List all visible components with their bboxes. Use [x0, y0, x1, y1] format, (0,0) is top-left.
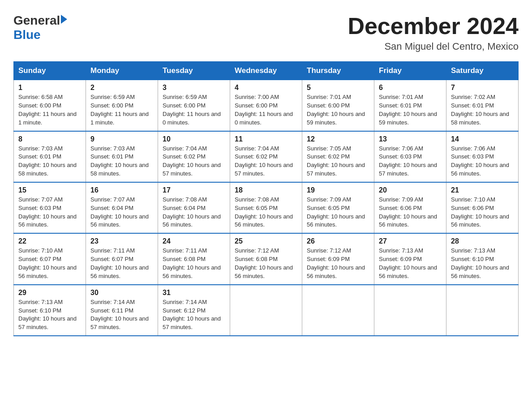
day-number: 22: [18, 237, 81, 245]
calendar-cell: [302, 285, 374, 336]
day-info: Sunrise: 7:11 AMSunset: 6:07 PMDaylight:…: [90, 247, 149, 279]
calendar-table: SundayMondayTuesdayWednesdayThursdayFrid…: [13, 61, 519, 336]
page-header: General Blue December 2024 San Miguel de…: [13, 13, 519, 52]
calendar-cell: 29 Sunrise: 7:13 AMSunset: 6:10 PMDaylig…: [14, 285, 86, 336]
calendar-cell: 2 Sunrise: 6:59 AMSunset: 6:00 PMDayligh…: [86, 80, 158, 131]
day-info: Sunrise: 7:08 AMSunset: 6:04 PMDaylight:…: [163, 196, 221, 228]
calendar-cell: 7 Sunrise: 7:02 AMSunset: 6:01 PMDayligh…: [446, 80, 519, 131]
calendar-cell: 3 Sunrise: 6:59 AMSunset: 6:00 PMDayligh…: [158, 80, 230, 131]
day-number: 6: [379, 84, 442, 92]
calendar-cell: [374, 285, 446, 336]
column-header-sunday: Sunday: [14, 62, 86, 80]
calendar-cell: 9 Sunrise: 7:03 AMSunset: 6:01 PMDayligh…: [86, 131, 158, 182]
day-number: 27: [379, 237, 442, 245]
calendar-cell: 21 Sunrise: 7:10 AMSunset: 6:06 PMDaylig…: [446, 182, 519, 233]
day-info: Sunrise: 7:03 AMSunset: 6:01 PMDaylight:…: [90, 145, 149, 177]
day-number: 4: [235, 84, 297, 92]
day-number: 3: [163, 84, 225, 92]
calendar-cell: 6 Sunrise: 7:01 AMSunset: 6:01 PMDayligh…: [374, 80, 446, 131]
day-number: 19: [307, 186, 369, 194]
column-header-tuesday: Tuesday: [158, 62, 230, 80]
day-info: Sunrise: 7:13 AMSunset: 6:10 PMDaylight:…: [451, 247, 509, 279]
day-number: 20: [379, 186, 442, 194]
calendar-cell: 18 Sunrise: 7:08 AMSunset: 6:05 PMDaylig…: [230, 182, 302, 233]
day-number: 25: [235, 237, 297, 245]
day-info: Sunrise: 7:01 AMSunset: 6:00 PMDaylight:…: [307, 94, 365, 126]
calendar-cell: 23 Sunrise: 7:11 AMSunset: 6:07 PMDaylig…: [86, 233, 158, 284]
day-number: 15: [18, 186, 81, 194]
day-info: Sunrise: 7:10 AMSunset: 6:06 PMDaylight:…: [451, 196, 509, 228]
calendar-cell: 25 Sunrise: 7:12 AMSunset: 6:08 PMDaylig…: [230, 233, 302, 284]
day-info: Sunrise: 6:59 AMSunset: 6:00 PMDaylight:…: [163, 94, 221, 126]
day-info: Sunrise: 7:02 AMSunset: 6:01 PMDaylight:…: [451, 94, 509, 126]
day-info: Sunrise: 7:06 AMSunset: 6:03 PMDaylight:…: [451, 145, 509, 177]
day-info: Sunrise: 7:14 AMSunset: 6:11 PMDaylight:…: [90, 299, 149, 331]
calendar-cell: 8 Sunrise: 7:03 AMSunset: 6:01 PMDayligh…: [14, 131, 86, 182]
day-number: 18: [235, 186, 297, 194]
day-number: 30: [90, 289, 153, 297]
day-number: 14: [451, 135, 514, 143]
day-number: 23: [90, 237, 153, 245]
calendar-cell: 20 Sunrise: 7:09 AMSunset: 6:06 PMDaylig…: [374, 182, 446, 233]
day-number: 26: [307, 237, 369, 245]
day-number: 2: [90, 84, 153, 92]
calendar-cell: 27 Sunrise: 7:13 AMSunset: 6:09 PMDaylig…: [374, 233, 446, 284]
week-row-4: 22 Sunrise: 7:10 AMSunset: 6:07 PMDaylig…: [14, 233, 519, 284]
day-number: 13: [379, 135, 442, 143]
day-info: Sunrise: 7:08 AMSunset: 6:05 PMDaylight:…: [235, 196, 293, 228]
calendar-cell: 15 Sunrise: 7:07 AMSunset: 6:03 PMDaylig…: [14, 182, 86, 233]
calendar-cell: 11 Sunrise: 7:04 AMSunset: 6:02 PMDaylig…: [230, 131, 302, 182]
day-number: 8: [18, 135, 81, 143]
day-info: Sunrise: 7:07 AMSunset: 6:03 PMDaylight:…: [18, 196, 77, 228]
column-header-wednesday: Wednesday: [230, 62, 302, 80]
calendar-cell: 4 Sunrise: 7:00 AMSunset: 6:00 PMDayligh…: [230, 80, 302, 131]
day-number: 16: [90, 186, 153, 194]
day-info: Sunrise: 6:58 AMSunset: 6:00 PMDaylight:…: [18, 94, 77, 126]
calendar-cell: 26 Sunrise: 7:12 AMSunset: 6:09 PMDaylig…: [302, 233, 374, 284]
day-number: 31: [163, 289, 225, 297]
column-header-friday: Friday: [374, 62, 446, 80]
day-info: Sunrise: 7:05 AMSunset: 6:02 PMDaylight:…: [307, 145, 365, 177]
column-header-saturday: Saturday: [446, 62, 519, 80]
day-number: 11: [235, 135, 297, 143]
day-info: Sunrise: 7:10 AMSunset: 6:07 PMDaylight:…: [18, 247, 77, 279]
day-info: Sunrise: 7:07 AMSunset: 6:04 PMDaylight:…: [90, 196, 149, 228]
day-info: Sunrise: 7:13 AMSunset: 6:09 PMDaylight:…: [379, 247, 437, 279]
calendar-cell: 14 Sunrise: 7:06 AMSunset: 6:03 PMDaylig…: [446, 131, 519, 182]
day-number: 17: [163, 186, 225, 194]
day-info: Sunrise: 7:09 AMSunset: 6:05 PMDaylight:…: [307, 196, 365, 228]
day-info: Sunrise: 7:13 AMSunset: 6:10 PMDaylight:…: [18, 299, 77, 331]
calendar-cell: 24 Sunrise: 7:11 AMSunset: 6:08 PMDaylig…: [158, 233, 230, 284]
day-number: 1: [18, 84, 81, 92]
day-number: 9: [90, 135, 153, 143]
day-number: 7: [451, 84, 514, 92]
calendar-cell: [230, 285, 302, 336]
title-block: December 2024 San Miguel del Centro, Mex…: [348, 13, 519, 52]
day-info: Sunrise: 7:03 AMSunset: 6:01 PMDaylight:…: [18, 145, 77, 177]
day-number: 5: [307, 84, 369, 92]
day-number: 12: [307, 135, 369, 143]
day-info: Sunrise: 7:01 AMSunset: 6:01 PMDaylight:…: [379, 94, 437, 126]
logo-blue-text: Blue: [13, 28, 41, 42]
calendar-cell: 12 Sunrise: 7:05 AMSunset: 6:02 PMDaylig…: [302, 131, 374, 182]
day-info: Sunrise: 7:04 AMSunset: 6:02 PMDaylight:…: [163, 145, 221, 177]
week-row-3: 15 Sunrise: 7:07 AMSunset: 6:03 PMDaylig…: [14, 182, 519, 233]
day-info: Sunrise: 6:59 AMSunset: 6:00 PMDaylight:…: [90, 94, 149, 126]
day-info: Sunrise: 7:12 AMSunset: 6:08 PMDaylight:…: [235, 247, 293, 279]
location-title: San Miguel del Centro, Mexico: [348, 41, 519, 52]
calendar-cell: 31 Sunrise: 7:14 AMSunset: 6:12 PMDaylig…: [158, 285, 230, 336]
week-row-2: 8 Sunrise: 7:03 AMSunset: 6:01 PMDayligh…: [14, 131, 519, 182]
day-info: Sunrise: 7:00 AMSunset: 6:00 PMDaylight:…: [235, 94, 293, 126]
day-number: 21: [451, 186, 514, 194]
week-row-5: 29 Sunrise: 7:13 AMSunset: 6:10 PMDaylig…: [14, 285, 519, 336]
calendar-cell: 17 Sunrise: 7:08 AMSunset: 6:04 PMDaylig…: [158, 182, 230, 233]
calendar-cell: 28 Sunrise: 7:13 AMSunset: 6:10 PMDaylig…: [446, 233, 519, 284]
day-info: Sunrise: 7:11 AMSunset: 6:08 PMDaylight:…: [163, 247, 221, 279]
day-number: 29: [18, 289, 81, 297]
calendar-cell: 1 Sunrise: 6:58 AMSunset: 6:00 PMDayligh…: [14, 80, 86, 131]
calendar-cell: 19 Sunrise: 7:09 AMSunset: 6:05 PMDaylig…: [302, 182, 374, 233]
calendar-cell: 10 Sunrise: 7:04 AMSunset: 6:02 PMDaylig…: [158, 131, 230, 182]
logo-arrow-icon: [61, 15, 67, 24]
week-row-1: 1 Sunrise: 6:58 AMSunset: 6:00 PMDayligh…: [14, 80, 519, 131]
calendar-cell: 16 Sunrise: 7:07 AMSunset: 6:04 PMDaylig…: [86, 182, 158, 233]
